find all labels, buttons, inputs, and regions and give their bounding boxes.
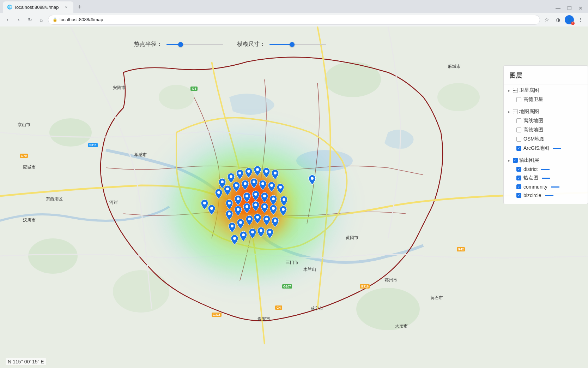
city-label-daye: 大冶市 <box>395 323 408 329</box>
layer-group-basemap-label: 地图底图 <box>519 108 539 115</box>
road-number-g42: G42 <box>457 247 465 251</box>
layer-district-label: district <box>523 166 538 172</box>
tab-favicon: 🌐 <box>7 5 12 10</box>
forward-button[interactable]: › <box>14 15 23 24</box>
active-tab[interactable]: 🌐 localhost:8088/#/map × <box>3 1 73 13</box>
map-container[interactable]: 麻城市 安陆市 孝感市 京山市 应城市 东西湖区 汉川市 黄冈市 鄂州市 黄石市… <box>0 26 588 368</box>
layer-item-district[interactable]: district <box>504 165 588 173</box>
district-line-indicator <box>541 169 550 170</box>
radius-slider[interactable] <box>166 44 223 45</box>
checkbox-heatmap[interactable] <box>516 176 521 180</box>
browser-chrome: 🌐 localhost:8088/#/map × + — ❐ ✕ ‹ › ↻ ⌂… <box>0 0 588 26</box>
city-label-hanchuan: 汉川市 <box>23 217 36 223</box>
blur-slider-thumb[interactable] <box>290 42 295 47</box>
radius-control: 热点半径： <box>134 41 223 48</box>
checkbox-gaode-satellite[interactable] <box>516 97 521 102</box>
svg-point-7 <box>113 270 169 313</box>
controls-panel: 热点半径： 模糊尺寸： <box>134 41 326 48</box>
layer-item-arcgis[interactable]: ArcGIS地图 <box>504 144 588 153</box>
lock-icon: 🔒 <box>53 17 57 22</box>
city-label-dongxihu: 东西湖区 <box>46 196 63 202</box>
road-number-g70: G70 <box>20 154 28 158</box>
back-button[interactable]: ‹ <box>3 15 12 24</box>
layer-item-gaode-map[interactable]: 高德地图 <box>504 125 588 135</box>
city-label-hebi: 河岸 <box>109 200 118 206</box>
layer-community-label: community <box>523 184 547 190</box>
theme-button[interactable]: ◑ <box>553 15 563 24</box>
city-label-sanmenxia: 三门市 <box>286 260 298 266</box>
checkbox-offline[interactable] <box>516 118 521 123</box>
layer-item-osm[interactable]: OSM地图 <box>504 135 588 144</box>
radius-slider-thumb[interactable] <box>178 42 183 47</box>
profile-button[interactable]: 👤 1 <box>565 15 574 24</box>
svg-point-2 <box>49 118 92 147</box>
restore-button[interactable]: ❐ <box>565 4 574 13</box>
layer-group-output: ▸ 输出图层 district 热点图 community bi <box>504 154 588 201</box>
new-tab-button[interactable]: + <box>75 2 85 12</box>
layer-group-basemap-header[interactable]: ▸ − 地图底图 <box>504 107 588 116</box>
home-button[interactable]: ⌂ <box>37 15 46 24</box>
checkbox-district[interactable] <box>516 167 521 172</box>
url-text: localhost:8088/#/map <box>60 17 103 22</box>
layer-group-satellite: ▸ − 卫星底图 高德卫星 <box>504 84 588 106</box>
svg-point-1 <box>296 150 353 171</box>
checkbox-output[interactable] <box>513 158 518 163</box>
svg-point-3 <box>159 85 194 109</box>
layer-group-output-header[interactable]: ▸ 输出图层 <box>504 156 588 165</box>
address-bar[interactable]: 🔒 localhost:8088/#/map <box>48 15 540 25</box>
city-label-anlu: 安陆市 <box>113 85 126 91</box>
notification-badge: 1 <box>571 22 575 25</box>
layer-item-heatmap[interactable]: 热点图 <box>504 173 588 183</box>
city-label-xiaogan: 孝感市 <box>134 152 147 158</box>
checkbox-basemap[interactable]: − <box>513 109 518 114</box>
layer-group-basemap: ▸ − 地图底图 离线地图 高德地图 OSM地图 ArcGIS地图 <box>504 106 588 154</box>
city-label-jingshan: 京山市 <box>18 122 30 128</box>
bookmark-button[interactable]: ☆ <box>542 15 551 24</box>
coordinates-text: N 115° 00′ 15″ E <box>8 359 44 364</box>
arcgis-line-indicator <box>553 148 561 149</box>
blur-slider-fill <box>269 44 292 45</box>
svg-point-4 <box>325 62 381 97</box>
heatmap-line-indicator <box>542 178 550 179</box>
svg-point-8 <box>356 288 420 330</box>
map-roads-svg <box>0 26 588 368</box>
checkbox-satellite[interactable]: − <box>513 88 518 93</box>
road-number-g107: G107 <box>282 284 292 289</box>
checkbox-arcgis[interactable] <box>516 146 521 151</box>
layer-item-gaode-satellite[interactable]: 高德卫星 <box>504 95 588 104</box>
city-label-baoan: 保安市 <box>257 316 270 322</box>
reload-button[interactable]: ↻ <box>25 15 35 24</box>
checkbox-gaode-map[interactable] <box>516 127 521 132</box>
minimize-button[interactable]: — <box>553 4 563 13</box>
checkbox-osm[interactable] <box>516 137 521 142</box>
bizcircle-line-indicator <box>545 195 553 196</box>
layer-offline-label: 离线地图 <box>523 118 543 124</box>
close-window-button[interactable]: ✕ <box>576 4 585 13</box>
road-number-g318: G318 <box>212 313 222 317</box>
layer-item-community[interactable]: community <box>504 183 588 191</box>
svg-rect-0 <box>0 26 588 368</box>
checkbox-bizcircle[interactable] <box>516 193 521 198</box>
layer-group-satellite-header[interactable]: ▸ − 卫星底图 <box>504 86 588 95</box>
layer-item-bizcircle[interactable]: bizcircle <box>504 191 588 200</box>
layer-panel-title: 图层 <box>504 69 588 84</box>
road-number-g4: G4 <box>275 305 282 310</box>
layer-group-satellite-label: 卫星底图 <box>519 87 539 94</box>
layer-arcgis-label: ArcGIS地图 <box>523 145 549 152</box>
city-label-xianning: 咸宁市 <box>310 305 323 311</box>
expand-icon-satellite: ▸ <box>507 88 511 93</box>
layer-item-offline[interactable]: 离线地图 <box>504 116 588 125</box>
tab-close-button[interactable]: × <box>63 4 69 10</box>
profile-icon: 👤 <box>567 18 571 22</box>
layer-panel: 图层 ▸ − 卫星底图 高德卫星 ▸ − 地图底图 <box>503 65 588 204</box>
svg-point-5 <box>437 83 480 111</box>
layer-group-output-label: 输出图层 <box>519 157 539 164</box>
layer-gaode-map-label: 高德地图 <box>523 127 543 133</box>
blur-slider[interactable] <box>269 44 326 45</box>
layer-heatmap-label: 热点图 <box>523 175 538 181</box>
city-label-yingcheng: 应城市 <box>23 164 36 170</box>
city-label-ezhou: 鄂州市 <box>384 277 397 283</box>
extensions-button[interactable]: ⋮ <box>576 15 585 24</box>
checkbox-community[interactable] <box>516 184 521 189</box>
road-number-s311: S311 <box>88 143 98 147</box>
